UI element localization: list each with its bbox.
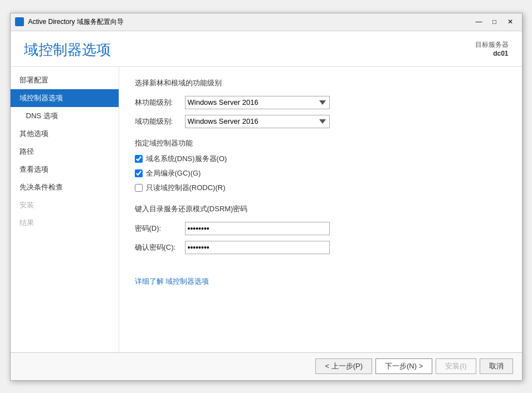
section1-title: 选择新林和根域的功能级别 [135,78,506,88]
close-button[interactable]: ✕ [503,16,518,27]
window-title: Active Directory 域服务配置向导 [28,17,472,27]
title-bar: Active Directory 域服务配置向导 — □ ✕ [11,13,522,31]
domain-level-label: 域功能级别: [135,117,185,127]
maximize-button[interactable]: □ [487,16,502,27]
checkbox-rodc-row: 只读域控制器(RODC)(R) [135,183,506,193]
forest-level-label: 林功能级别: [135,98,185,108]
next-button[interactable]: 下一步(N) > [375,358,432,374]
sidebar-item-results: 结果 [11,214,119,232]
domain-level-select[interactable]: Windows Server 2016Windows Server 2012 R… [185,115,330,128]
target-server-name: dc01 [475,50,509,57]
section3-title: 键入目录服务还原模式(DSRM)密码 [135,204,506,214]
sidebar-item-install: 安装 [11,196,119,214]
domain-level-row: 域功能级别: Windows Server 2016Windows Server… [135,115,506,128]
password-input[interactable] [185,222,330,235]
sidebar-item-path[interactable]: 路径 [11,143,119,161]
window-controls: — □ ✕ [472,16,518,27]
forest-level-select[interactable]: Windows Server 2016Windows Server 2012 R… [185,96,330,109]
checkbox-dns-row: 域名系统(DNS)服务器(O) [135,154,506,164]
confirm-password-label: 确认密码(C): [135,242,185,253]
gc-checkbox[interactable] [135,169,143,177]
app-icon [15,17,24,26]
dns-server-checkbox[interactable] [135,155,143,163]
rodc-label: 只读域控制器(RODC)(R) [146,183,226,193]
main-content: 选择新林和根域的功能级别 林功能级别: Windows Server 2016W… [119,67,522,352]
main-layout: 部署配置 域控制器选项 DNS 选项 其他选项 路径 查看选项 先决条件检查 安… [11,67,522,352]
install-button: 安装(I) [436,358,476,374]
help-link[interactable]: 详细了解 域控制器选项 [135,277,209,285]
confirm-password-row: 确认密码(C): [135,241,506,254]
password-label: 密码(D): [135,224,185,234]
sidebar: 部署配置 域控制器选项 DNS 选项 其他选项 路径 查看选项 先决条件检查 安… [11,67,119,352]
target-server-label: 目标服务器 [475,40,509,50]
sidebar-item-dc-options[interactable]: 域控制器选项 [11,89,119,107]
minimize-button[interactable]: — [472,16,486,27]
main-window: Active Directory 域服务配置向导 — □ ✕ 域控制器选项 目标… [10,13,523,381]
password-row: 密码(D): [135,222,506,235]
sidebar-item-prereq[interactable]: 先决条件检查 [11,178,119,196]
sidebar-item-dns-options[interactable]: DNS 选项 [11,107,119,125]
section2-title: 指定域控制器功能 [135,138,506,148]
dns-server-label: 域名系统(DNS)服务器(O) [146,154,227,164]
sidebar-item-review[interactable]: 查看选项 [11,161,119,178]
prev-button[interactable]: < 上一步(P) [315,358,372,374]
footer: < 上一步(P) 下一步(N) > 安装(I) 取消 [11,352,522,380]
sidebar-item-other-options[interactable]: 其他选项 [11,125,119,143]
rodc-checkbox[interactable] [135,184,143,192]
gc-label: 全局编录(GC)(G) [146,168,201,178]
target-server-info: 目标服务器 dc01 [475,40,509,57]
forest-level-row: 林功能级别: Windows Server 2016Windows Server… [135,96,506,109]
sidebar-item-deployment[interactable]: 部署配置 [11,71,119,89]
cancel-button[interactable]: 取消 [480,358,513,374]
header-band: 域控制器选项 目标服务器 dc01 [11,31,522,67]
page-title: 域控制器选项 [24,40,111,60]
confirm-password-input[interactable] [185,241,330,254]
help-link-row: 详细了解 域控制器选项 [135,276,506,287]
checkbox-gc-row: 全局编录(GC)(G) [135,168,506,178]
